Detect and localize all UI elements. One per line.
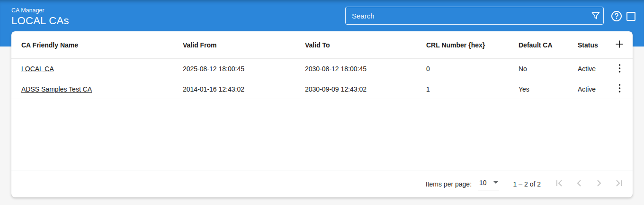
- status-value: Active: [578, 65, 606, 73]
- breadcrumb: CA Manager: [11, 7, 69, 14]
- search-input[interactable]: [345, 7, 604, 25]
- paginator: Items per page: 10 1 – 2 of 2: [11, 170, 633, 197]
- status-value: Active: [578, 85, 606, 93]
- chevron-right-icon: [593, 177, 605, 190]
- column-header-status: Status: [578, 41, 606, 49]
- header-titles: CA Manager LOCAL CAs: [11, 7, 69, 28]
- default-ca-value: No: [519, 65, 578, 73]
- triangle-down-icon: [493, 181, 498, 184]
- valid-from-value: 2014-01-16 12:43:02: [183, 85, 305, 93]
- table-row: LOCAL CA 2025-08-12 18:00:45 2030-08-12 …: [11, 58, 633, 79]
- filter-funnel-icon[interactable]: [591, 11, 600, 20]
- ca-name-link[interactable]: LOCAL CA: [21, 65, 54, 73]
- row-menu-button[interactable]: [611, 60, 628, 77]
- column-header-crl-number: CRL Number {hex}: [426, 41, 519, 49]
- first-page-icon: [554, 177, 565, 190]
- next-page-button[interactable]: [589, 175, 609, 194]
- valid-from-value: 2025-08-12 18:00:45: [183, 65, 305, 73]
- valid-to-value: 2030-08-12 18:00:45: [305, 65, 426, 73]
- plus-icon: [615, 39, 624, 50]
- last-page-icon: [613, 177, 625, 190]
- default-ca-value: Yes: [519, 85, 578, 93]
- column-header-default-ca: Default CA: [519, 41, 578, 49]
- kebab-vertical-icon: [618, 64, 621, 74]
- ca-name-link[interactable]: ADSS Samples Test CA: [21, 85, 92, 93]
- add-ca-button[interactable]: [611, 37, 628, 54]
- column-header-valid-from: Valid From: [183, 41, 305, 49]
- column-header-ca-friendly-name: CA Friendly Name: [11, 41, 183, 49]
- page-size-select[interactable]: 10: [478, 178, 499, 190]
- chevron-left-icon: [573, 177, 585, 190]
- crl-number-value: 1: [426, 85, 519, 93]
- page-size-value: 10: [479, 179, 487, 186]
- search-box: [345, 7, 604, 25]
- items-per-page-label: Items per page:: [426, 180, 472, 188]
- row-menu-button[interactable]: [611, 81, 628, 98]
- column-header-valid-to: Valid To: [305, 41, 426, 49]
- valid-to-value: 2030-09-09 12:43:02: [305, 85, 426, 93]
- page-title: LOCAL CAs: [11, 14, 69, 28]
- local-cas-card: CA Friendly Name Valid From Valid To CRL…: [11, 31, 633, 197]
- table-header-row: CA Friendly Name Valid From Valid To CRL…: [11, 31, 633, 58]
- first-page-button[interactable]: [549, 175, 569, 194]
- window-square-icon[interactable]: [626, 12, 635, 21]
- crl-number-value: 0: [426, 65, 519, 73]
- kebab-vertical-icon: [618, 84, 621, 94]
- page-range-label: 1 – 2 of 2: [513, 180, 541, 188]
- table-row: ADSS Samples Test CA 2014-01-16 12:43:02…: [11, 79, 633, 99]
- help-icon[interactable]: [611, 10, 622, 22]
- last-page-button[interactable]: [609, 175, 629, 194]
- previous-page-button[interactable]: [569, 175, 589, 194]
